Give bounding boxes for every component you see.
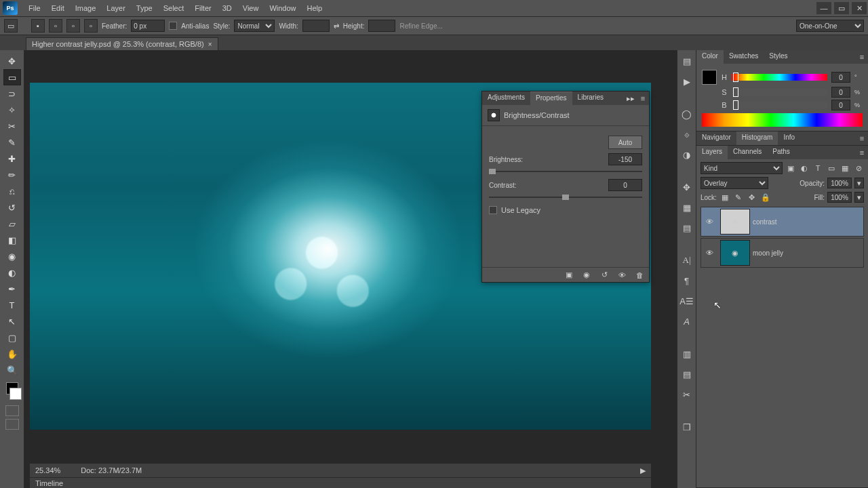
tab-info[interactable]: Info xyxy=(778,131,800,145)
menu-view[interactable]: View xyxy=(237,1,264,15)
blend-mode-select[interactable]: Overlay xyxy=(701,177,768,189)
marquee-tool-icon[interactable]: ▭ xyxy=(4,19,18,33)
menu-filter[interactable]: Filter xyxy=(189,1,216,15)
tab-navigator[interactable]: Navigator xyxy=(696,131,736,145)
pen-tool-icon[interactable]: ✒ xyxy=(3,281,21,297)
sat-slider[interactable] xyxy=(732,89,827,96)
layer-thumbnail[interactable]: ◉ xyxy=(720,240,750,266)
hue-slider[interactable] xyxy=(732,74,827,81)
tab-close-icon[interactable]: × xyxy=(208,41,212,48)
blur-tool-icon[interactable]: ◉ xyxy=(3,248,21,264)
layer-name[interactable]: moon jelly xyxy=(753,249,863,257)
zoom-readout[interactable]: 25.34% xyxy=(35,466,60,474)
panel-menu-icon[interactable]: ≡ xyxy=(856,131,868,145)
zoom-tool-icon[interactable]: 🔍 xyxy=(3,362,21,378)
panel-menu-icon[interactable]: ≡ xyxy=(856,146,868,159)
para-styles-panel-icon[interactable]: A xyxy=(680,314,694,328)
filter-pixel-icon[interactable]: ▣ xyxy=(785,163,796,174)
status-menu-icon[interactable]: ▶ xyxy=(640,466,646,475)
workspace-select[interactable]: One-on-One xyxy=(796,20,864,32)
paragraph-panel-icon[interactable]: ¶ xyxy=(680,274,694,287)
filter-smart-icon[interactable]: ▦ xyxy=(840,163,850,174)
fill-dropdown-icon[interactable]: ▾ xyxy=(854,192,864,203)
tab-styles[interactable]: Styles xyxy=(764,50,793,64)
maximize-icon[interactable]: ▭ xyxy=(834,2,849,14)
contrast-slider[interactable] xyxy=(489,195,642,199)
opacity-value[interactable]: 100% xyxy=(827,178,852,188)
layer-filter-kind[interactable]: Kind xyxy=(701,162,783,174)
history-brush-tool-icon[interactable]: ↺ xyxy=(3,199,21,216)
color-swatch[interactable] xyxy=(702,70,717,85)
background-color-swatch[interactable] xyxy=(9,388,22,400)
feather-input[interactable] xyxy=(131,20,165,32)
eyedropper-tool-icon[interactable]: ✎ xyxy=(3,134,21,150)
marquee-tool-icon[interactable]: ▭ xyxy=(3,69,21,85)
tab-adjustments[interactable]: Adjustments xyxy=(482,92,530,105)
brush-presets-panel-icon[interactable]: ◯ xyxy=(680,107,694,121)
actions-panel-icon[interactable]: ▶ xyxy=(680,75,694,88)
selection-intersect-icon[interactable]: ▫ xyxy=(84,19,98,33)
lock-all-icon[interactable]: 🔒 xyxy=(760,192,771,203)
tab-swatches[interactable]: Swatches xyxy=(724,50,764,64)
gradient-tool-icon[interactable]: ◧ xyxy=(3,232,21,248)
menu-type[interactable]: Type xyxy=(131,1,158,15)
visibility-icon[interactable]: 👁 xyxy=(701,249,717,257)
path-select-tool-icon[interactable]: ↖ xyxy=(3,313,21,329)
swap-icon[interactable]: ⇄ xyxy=(334,22,339,30)
menu-select[interactable]: Select xyxy=(158,1,190,15)
layer-comps-panel-icon[interactable]: ▦ xyxy=(680,201,694,214)
measurement-panel-icon[interactable]: ✂ xyxy=(680,388,694,401)
tab-channels[interactable]: Channels xyxy=(728,146,767,159)
selection-subtract-icon[interactable]: ▫ xyxy=(66,19,80,33)
contrast-value[interactable]: 0 xyxy=(608,179,642,191)
clone-source-panel-icon[interactable]: ◑ xyxy=(680,148,694,161)
panel-menu-icon[interactable]: ≡ xyxy=(856,50,868,64)
layer-thumbnail[interactable]: ☀ xyxy=(720,209,750,235)
3d-panel-icon[interactable]: ❒ xyxy=(680,420,694,434)
shape-tool-icon[interactable]: ▢ xyxy=(3,329,21,346)
eraser-tool-icon[interactable]: ▱ xyxy=(3,216,21,232)
filter-adjust-icon[interactable]: ◐ xyxy=(799,163,810,174)
close-icon[interactable]: ✕ xyxy=(852,2,867,14)
tab-histogram[interactable]: Histogram xyxy=(736,131,778,145)
hue-value[interactable]: 0 xyxy=(831,72,850,83)
refine-edge-button[interactable]: Refine Edge... xyxy=(399,22,442,30)
minimize-icon[interactable]: — xyxy=(816,2,831,14)
history-panel-icon[interactable]: ▤ xyxy=(680,54,694,68)
lock-paint-icon[interactable]: ✎ xyxy=(733,192,744,203)
lock-transparent-icon[interactable]: ▦ xyxy=(719,192,730,203)
tab-properties[interactable]: Properties xyxy=(530,92,572,105)
menu-layer[interactable]: Layer xyxy=(101,1,131,15)
character-panel-icon[interactable]: A| xyxy=(680,253,694,267)
toggle-visibility-icon[interactable]: 👁 xyxy=(616,270,627,281)
lock-position-icon[interactable]: ✥ xyxy=(747,192,757,203)
clip-to-layer-icon[interactable]: ▣ xyxy=(564,270,574,281)
layer-name[interactable]: contrast xyxy=(753,218,863,226)
width-input[interactable] xyxy=(302,20,330,32)
antialias-checkbox[interactable] xyxy=(169,22,177,30)
sat-value[interactable]: 0 xyxy=(831,87,850,98)
properties-panel-icon[interactable]: ▥ xyxy=(680,347,694,361)
brightness-slider[interactable] xyxy=(489,169,642,174)
quick-mask-icon[interactable] xyxy=(5,405,19,416)
healing-brush-tool-icon[interactable]: ✚ xyxy=(3,150,21,167)
layer-row[interactable]: 👁 ☀ contrast xyxy=(701,207,864,237)
bri-slider[interactable] xyxy=(732,102,827,108)
brush-panel-icon[interactable]: ⟐ xyxy=(680,127,694,141)
menu-window[interactable]: Window xyxy=(264,1,301,15)
collapse-icon[interactable]: ▸▸ xyxy=(625,92,637,105)
opacity-dropdown-icon[interactable]: ▾ xyxy=(854,178,864,188)
fill-value[interactable]: 100% xyxy=(827,192,852,203)
char-styles-panel-icon[interactable]: A☰ xyxy=(680,294,694,308)
height-input[interactable] xyxy=(368,20,395,32)
visibility-icon[interactable]: 👁 xyxy=(701,218,717,226)
magic-wand-tool-icon[interactable]: ✧ xyxy=(3,102,21,118)
auto-button[interactable]: Auto xyxy=(608,136,642,149)
clone-stamp-tool-icon[interactable]: ⎌ xyxy=(3,183,21,199)
brush-tool-icon[interactable]: ✏ xyxy=(3,167,21,183)
selection-new-icon[interactable]: ▪ xyxy=(31,19,45,33)
view-previous-icon[interactable]: ◉ xyxy=(581,270,592,281)
spectrum-ramp[interactable] xyxy=(702,113,863,127)
style-select[interactable]: Normal xyxy=(234,20,275,32)
legacy-checkbox[interactable] xyxy=(489,206,497,214)
